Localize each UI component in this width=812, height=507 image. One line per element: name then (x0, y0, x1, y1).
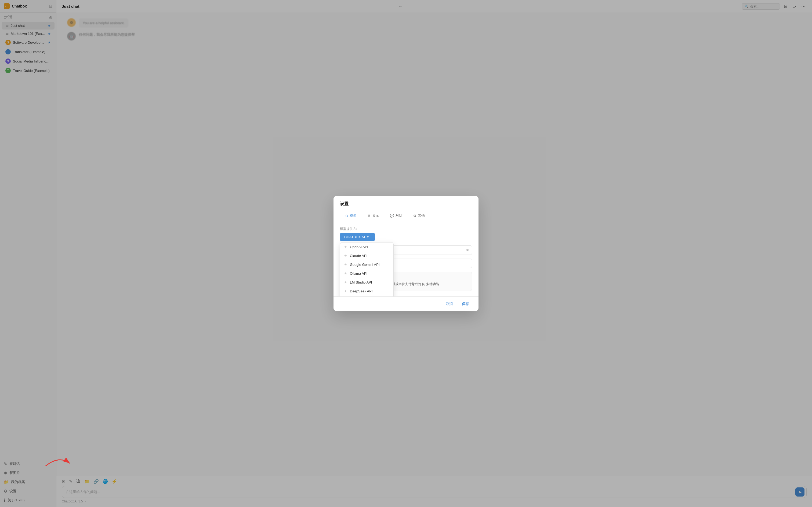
provider-openai[interactable]: ★ OpenAI API (340, 242, 393, 251)
provider-deepseek[interactable]: ★ DeepSeek API (340, 287, 393, 296)
provider-lm-studio[interactable]: ★ LM Studio API (340, 278, 393, 287)
display-tab-icon: 🖥 (367, 214, 371, 218)
modal-tabs: ⊙ 模型 🖥 显示 💬 对话 ⚙ 其他 (340, 211, 472, 221)
tab-model[interactable]: ⊙ 模型 (340, 211, 362, 221)
modal-body: 模型提供方: CHATBOX AI ▼ ★ OpenAI API ★ Claud… (334, 221, 478, 296)
tab-chat[interactable]: 💬 对话 (385, 211, 408, 221)
tab-chat-label: 对话 (396, 213, 403, 218)
tab-model-label: 模型 (350, 213, 357, 218)
modal-footer: 取消 保存 (334, 296, 478, 311)
other-tab-icon: ⚙ (413, 214, 416, 218)
provider-label: OpenAI API (350, 245, 368, 249)
toggle-password-icon[interactable]: 👁 (466, 248, 469, 252)
provider-field-label: 模型提供方: (340, 227, 472, 231)
tab-other-label: 其他 (418, 213, 425, 218)
provider-claude[interactable]: ★ Claude API (340, 251, 393, 260)
star-icon: ★ (344, 263, 347, 267)
provider-selector: CHATBOX AI ▼ ★ OpenAI API ★ Claude API ★ (340, 233, 375, 241)
cancel-button[interactable]: 取消 (443, 300, 456, 308)
provider-siliconflow[interactable]: ★ SiliconFlow API (340, 296, 393, 296)
model-tab-icon: ⊙ (345, 214, 348, 218)
star-icon: ★ (344, 289, 347, 293)
provider-ollama[interactable]: ★ Ollama API (340, 269, 393, 278)
save-button[interactable]: 保存 (459, 300, 472, 308)
chevron-down-icon: ▼ (366, 235, 369, 238)
provider-label: Claude API (350, 254, 367, 258)
provider-label: Ollama API (350, 272, 367, 276)
tab-display-label: 显示 (372, 213, 379, 218)
provider-label: Google Gemini API (350, 263, 380, 267)
chat-tab-icon: 💬 (390, 214, 394, 218)
modal-overlay[interactable]: 设置 ⊙ 模型 🖥 显示 💬 对话 ⚙ 其他 (0, 0, 812, 507)
provider-button[interactable]: CHATBOX AI ▼ (340, 233, 375, 241)
star-icon: ★ (344, 272, 347, 276)
modal-header: 设置 ⊙ 模型 🖥 显示 💬 对话 ⚙ 其他 (334, 196, 478, 221)
star-icon: ★ (344, 254, 347, 258)
tab-display[interactable]: 🖥 显示 (362, 211, 385, 221)
provider-dropdown: ★ OpenAI API ★ Claude API ★ Google Gemin… (340, 242, 394, 296)
star-icon: ★ (344, 245, 347, 249)
provider-label: LM Studio API (350, 280, 372, 284)
provider-button-label: CHATBOX AI (344, 235, 365, 239)
provider-gemini[interactable]: ★ Google Gemini API (340, 260, 393, 269)
provider-label: DeepSeek API (350, 289, 373, 293)
settings-modal: 设置 ⊙ 模型 🖥 显示 💬 对话 ⚙ 其他 (334, 196, 478, 311)
star-icon: ★ (344, 280, 347, 284)
modal-title: 设置 (340, 201, 472, 207)
tab-other[interactable]: ⚙ 其他 (408, 211, 430, 221)
